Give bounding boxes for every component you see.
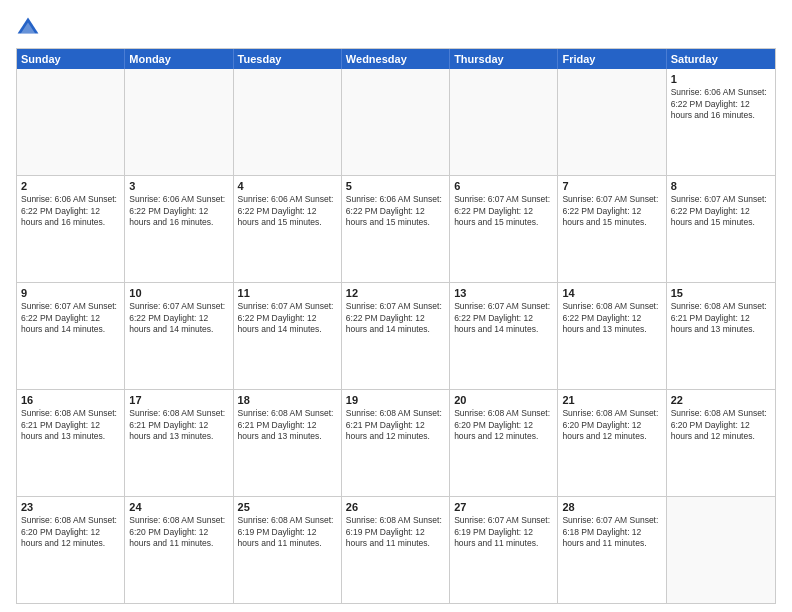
weekday-header: Tuesday: [234, 49, 342, 69]
day-number: 6: [454, 179, 553, 193]
day-info: Sunrise: 6:07 AM Sunset: 6:22 PM Dayligh…: [238, 301, 337, 335]
calendar-cell: 17Sunrise: 6:08 AM Sunset: 6:21 PM Dayli…: [125, 390, 233, 496]
calendar-cell: 20Sunrise: 6:08 AM Sunset: 6:20 PM Dayli…: [450, 390, 558, 496]
day-number: 27: [454, 500, 553, 514]
calendar-cell: 24Sunrise: 6:08 AM Sunset: 6:20 PM Dayli…: [125, 497, 233, 603]
calendar-cell: 8Sunrise: 6:07 AM Sunset: 6:22 PM Daylig…: [667, 176, 775, 282]
day-number: 19: [346, 393, 445, 407]
day-info: Sunrise: 6:07 AM Sunset: 6:22 PM Dayligh…: [454, 301, 553, 335]
day-number: 11: [238, 286, 337, 300]
day-number: 28: [562, 500, 661, 514]
calendar: SundayMondayTuesdayWednesdayThursdayFrid…: [16, 48, 776, 604]
day-info: Sunrise: 6:07 AM Sunset: 6:22 PM Dayligh…: [346, 301, 445, 335]
calendar-row: 16Sunrise: 6:08 AM Sunset: 6:21 PM Dayli…: [17, 390, 775, 497]
day-info: Sunrise: 6:08 AM Sunset: 6:21 PM Dayligh…: [671, 301, 771, 335]
day-number: 20: [454, 393, 553, 407]
logo: [16, 16, 44, 40]
weekday-header: Friday: [558, 49, 666, 69]
calendar-cell: 5Sunrise: 6:06 AM Sunset: 6:22 PM Daylig…: [342, 176, 450, 282]
day-info: Sunrise: 6:08 AM Sunset: 6:19 PM Dayligh…: [346, 515, 445, 549]
day-number: 8: [671, 179, 771, 193]
calendar-cell: 9Sunrise: 6:07 AM Sunset: 6:22 PM Daylig…: [17, 283, 125, 389]
day-number: 9: [21, 286, 120, 300]
day-number: 22: [671, 393, 771, 407]
calendar-cell: 4Sunrise: 6:06 AM Sunset: 6:22 PM Daylig…: [234, 176, 342, 282]
calendar-cell: 13Sunrise: 6:07 AM Sunset: 6:22 PM Dayli…: [450, 283, 558, 389]
day-number: 25: [238, 500, 337, 514]
calendar-header: SundayMondayTuesdayWednesdayThursdayFrid…: [17, 49, 775, 69]
day-number: 10: [129, 286, 228, 300]
day-info: Sunrise: 6:07 AM Sunset: 6:22 PM Dayligh…: [671, 194, 771, 228]
calendar-cell: 23Sunrise: 6:08 AM Sunset: 6:20 PM Dayli…: [17, 497, 125, 603]
day-info: Sunrise: 6:08 AM Sunset: 6:21 PM Dayligh…: [238, 408, 337, 442]
day-number: 21: [562, 393, 661, 407]
day-info: Sunrise: 6:06 AM Sunset: 6:22 PM Dayligh…: [346, 194, 445, 228]
calendar-cell: 2Sunrise: 6:06 AM Sunset: 6:22 PM Daylig…: [17, 176, 125, 282]
calendar-cell: 21Sunrise: 6:08 AM Sunset: 6:20 PM Dayli…: [558, 390, 666, 496]
day-number: 18: [238, 393, 337, 407]
header: [16, 16, 776, 40]
day-info: Sunrise: 6:08 AM Sunset: 6:21 PM Dayligh…: [346, 408, 445, 442]
calendar-cell: 27Sunrise: 6:07 AM Sunset: 6:19 PM Dayli…: [450, 497, 558, 603]
day-info: Sunrise: 6:08 AM Sunset: 6:20 PM Dayligh…: [454, 408, 553, 442]
calendar-cell: 16Sunrise: 6:08 AM Sunset: 6:21 PM Dayli…: [17, 390, 125, 496]
day-number: 14: [562, 286, 661, 300]
day-number: 2: [21, 179, 120, 193]
calendar-cell: 3Sunrise: 6:06 AM Sunset: 6:22 PM Daylig…: [125, 176, 233, 282]
day-info: Sunrise: 6:08 AM Sunset: 6:20 PM Dayligh…: [129, 515, 228, 549]
day-number: 15: [671, 286, 771, 300]
day-info: Sunrise: 6:08 AM Sunset: 6:21 PM Dayligh…: [129, 408, 228, 442]
day-info: Sunrise: 6:07 AM Sunset: 6:22 PM Dayligh…: [454, 194, 553, 228]
day-info: Sunrise: 6:06 AM Sunset: 6:22 PM Dayligh…: [21, 194, 120, 228]
day-number: 7: [562, 179, 661, 193]
weekday-header: Sunday: [17, 49, 125, 69]
weekday-header: Wednesday: [342, 49, 450, 69]
day-number: 23: [21, 500, 120, 514]
day-number: 13: [454, 286, 553, 300]
calendar-cell: 10Sunrise: 6:07 AM Sunset: 6:22 PM Dayli…: [125, 283, 233, 389]
calendar-cell: [667, 497, 775, 603]
day-number: 5: [346, 179, 445, 193]
day-info: Sunrise: 6:08 AM Sunset: 6:20 PM Dayligh…: [671, 408, 771, 442]
calendar-cell: 14Sunrise: 6:08 AM Sunset: 6:22 PM Dayli…: [558, 283, 666, 389]
calendar-cell: 22Sunrise: 6:08 AM Sunset: 6:20 PM Dayli…: [667, 390, 775, 496]
calendar-cell: 11Sunrise: 6:07 AM Sunset: 6:22 PM Dayli…: [234, 283, 342, 389]
day-info: Sunrise: 6:06 AM Sunset: 6:22 PM Dayligh…: [129, 194, 228, 228]
calendar-row: 9Sunrise: 6:07 AM Sunset: 6:22 PM Daylig…: [17, 283, 775, 390]
day-info: Sunrise: 6:08 AM Sunset: 6:20 PM Dayligh…: [21, 515, 120, 549]
day-info: Sunrise: 6:07 AM Sunset: 6:22 PM Dayligh…: [129, 301, 228, 335]
day-info: Sunrise: 6:06 AM Sunset: 6:22 PM Dayligh…: [238, 194, 337, 228]
page: SundayMondayTuesdayWednesdayThursdayFrid…: [0, 0, 792, 612]
calendar-cell: [125, 69, 233, 175]
day-number: 4: [238, 179, 337, 193]
calendar-cell: 19Sunrise: 6:08 AM Sunset: 6:21 PM Dayli…: [342, 390, 450, 496]
calendar-row: 23Sunrise: 6:08 AM Sunset: 6:20 PM Dayli…: [17, 497, 775, 603]
day-info: Sunrise: 6:08 AM Sunset: 6:20 PM Dayligh…: [562, 408, 661, 442]
calendar-cell: [558, 69, 666, 175]
day-number: 26: [346, 500, 445, 514]
calendar-row: 2Sunrise: 6:06 AM Sunset: 6:22 PM Daylig…: [17, 176, 775, 283]
calendar-cell: [234, 69, 342, 175]
weekday-header: Saturday: [667, 49, 775, 69]
calendar-cell: 6Sunrise: 6:07 AM Sunset: 6:22 PM Daylig…: [450, 176, 558, 282]
day-number: 1: [671, 72, 771, 86]
day-info: Sunrise: 6:07 AM Sunset: 6:22 PM Dayligh…: [21, 301, 120, 335]
day-info: Sunrise: 6:08 AM Sunset: 6:21 PM Dayligh…: [21, 408, 120, 442]
calendar-cell: 12Sunrise: 6:07 AM Sunset: 6:22 PM Dayli…: [342, 283, 450, 389]
day-number: 3: [129, 179, 228, 193]
day-info: Sunrise: 6:08 AM Sunset: 6:19 PM Dayligh…: [238, 515, 337, 549]
calendar-cell: 1Sunrise: 6:06 AM Sunset: 6:22 PM Daylig…: [667, 69, 775, 175]
calendar-row: 1Sunrise: 6:06 AM Sunset: 6:22 PM Daylig…: [17, 69, 775, 176]
day-info: Sunrise: 6:07 AM Sunset: 6:19 PM Dayligh…: [454, 515, 553, 549]
calendar-cell: [17, 69, 125, 175]
calendar-cell: 26Sunrise: 6:08 AM Sunset: 6:19 PM Dayli…: [342, 497, 450, 603]
calendar-cell: 28Sunrise: 6:07 AM Sunset: 6:18 PM Dayli…: [558, 497, 666, 603]
calendar-cell: 18Sunrise: 6:08 AM Sunset: 6:21 PM Dayli…: [234, 390, 342, 496]
calendar-body: 1Sunrise: 6:06 AM Sunset: 6:22 PM Daylig…: [17, 69, 775, 603]
calendar-cell: [450, 69, 558, 175]
calendar-cell: [342, 69, 450, 175]
day-number: 17: [129, 393, 228, 407]
day-number: 24: [129, 500, 228, 514]
calendar-cell: 25Sunrise: 6:08 AM Sunset: 6:19 PM Dayli…: [234, 497, 342, 603]
calendar-cell: 15Sunrise: 6:08 AM Sunset: 6:21 PM Dayli…: [667, 283, 775, 389]
